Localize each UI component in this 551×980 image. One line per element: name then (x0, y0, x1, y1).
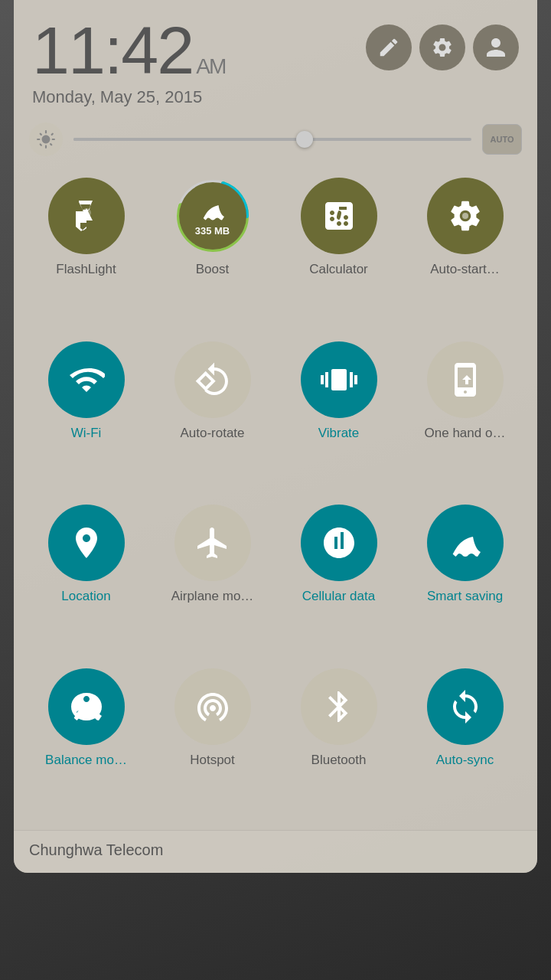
autostart-circle (427, 178, 504, 254)
bluetooth-label: Bluetooth (311, 753, 367, 768)
toggle-boost[interactable]: 335 MB Boost (149, 170, 276, 334)
toggle-hotspot[interactable]: Hotspot (149, 661, 276, 825)
cellular-label: Cellular data (302, 589, 375, 604)
cellular-circle (301, 505, 377, 581)
hotspot-circle (174, 668, 251, 745)
wifi-circle (48, 341, 125, 418)
balance-icon (68, 688, 105, 725)
toggle-onehand[interactable]: One hand o… (402, 334, 528, 498)
toggle-autostart[interactable]: Auto-start… (402, 170, 528, 334)
time-ampm: AM (196, 54, 225, 78)
boost-inner: 335 MB (179, 182, 246, 250)
cellular-icon (321, 524, 357, 561)
vibrate-icon (321, 361, 357, 398)
smartsaving-circle (427, 505, 504, 581)
balance-label: Balance mo… (45, 753, 127, 768)
airplane-icon (194, 524, 231, 561)
calculator-icon (321, 198, 357, 234)
flashlight-circle (48, 178, 125, 254)
svg-point-4 (462, 213, 468, 219)
slider-fill (73, 138, 305, 141)
brightness-slider[interactable] (73, 138, 471, 141)
toggle-location[interactable]: Location (23, 497, 149, 661)
autosync-icon (447, 688, 484, 725)
toggle-smartsaving[interactable]: Smart saving (402, 497, 528, 661)
autorotate-label: Auto-rotate (180, 426, 244, 441)
onehand-circle (427, 341, 504, 418)
brightness-icon (29, 122, 63, 156)
wifi-label: Wi-Fi (71, 426, 102, 441)
hotspot-icon (194, 688, 231, 725)
carrier-row: Chunghwa Telecom (14, 830, 537, 873)
toggle-balance[interactable]: Balance mo… (23, 661, 149, 825)
date-display: Monday, May 25, 2015 (32, 87, 225, 107)
quick-settings-panel: 11:42AM Monday, May 25, 2015 (14, 0, 537, 873)
settings-icon (431, 36, 454, 59)
wifi-icon (68, 361, 105, 398)
autosync-circle (427, 668, 504, 745)
slider-thumb (296, 131, 313, 148)
balance-circle (48, 668, 125, 745)
panel-header: 11:42AM Monday, May 25, 2015 (14, 0, 537, 116)
toggle-calculator[interactable]: Calculator (276, 170, 402, 334)
toggle-airplane[interactable]: Airplane mo… (149, 497, 276, 661)
smartsaving-icon (447, 524, 484, 561)
onehand-icon (447, 361, 484, 398)
toggle-autosync[interactable]: Auto-sync (402, 661, 528, 825)
auto-button[interactable]: AUTO (482, 124, 522, 155)
edit-button[interactable] (366, 24, 412, 70)
settings-button[interactable] (419, 24, 465, 70)
airplane-circle (174, 505, 251, 581)
flashlight-label: FlashLight (56, 262, 116, 277)
toggle-flashlight[interactable]: FlashLight (23, 170, 149, 334)
location-icon (68, 524, 105, 561)
toggle-bluetooth[interactable]: Bluetooth (276, 661, 402, 825)
airplane-label: Airplane mo… (171, 589, 254, 604)
bluetooth-icon (321, 688, 357, 725)
boost-icon (199, 196, 227, 224)
vibrate-label: Vibrate (318, 426, 360, 441)
toggle-autorotate[interactable]: Auto-rotate (149, 334, 276, 498)
flashlight-icon (68, 198, 105, 234)
boost-mb: 335 MB (195, 225, 230, 237)
time-display: 11:42AM (32, 17, 225, 84)
hotspot-label: Hotspot (190, 753, 235, 768)
header-icons (366, 24, 519, 70)
location-label: Location (61, 589, 110, 604)
toggle-wifi[interactable]: Wi-Fi (23, 334, 149, 498)
autostart-label: Auto-start… (430, 262, 500, 277)
profile-icon (484, 36, 507, 59)
autorotate-circle (174, 341, 251, 418)
toggle-vibrate[interactable]: Vibrate (276, 334, 402, 498)
location-circle (48, 505, 125, 581)
calculator-circle (301, 178, 377, 254)
vibrate-circle (301, 341, 377, 418)
toggle-cellular[interactable]: Cellular data (276, 497, 402, 661)
time-hour: 11:42 (32, 12, 193, 88)
time-section: 11:42AM Monday, May 25, 2015 (32, 17, 225, 107)
brightness-row: AUTO (14, 116, 537, 167)
autostart-icon (447, 198, 484, 234)
onehand-label: One hand o… (425, 426, 506, 441)
smartsaving-label: Smart saving (427, 589, 503, 604)
profile-button[interactable] (473, 24, 519, 70)
autosync-label: Auto-sync (436, 753, 494, 768)
bluetooth-circle (301, 668, 377, 745)
sun-icon (36, 129, 56, 149)
toggles-grid: FlashLight 335 MB Boost (14, 167, 537, 830)
boost-label: Boost (196, 262, 229, 277)
calculator-label: Calculator (309, 262, 368, 277)
boost-ring: 335 MB (174, 178, 251, 254)
autorotate-icon (194, 361, 231, 398)
carrier-name: Chunghwa Telecom (29, 841, 163, 858)
edit-icon (377, 36, 400, 59)
